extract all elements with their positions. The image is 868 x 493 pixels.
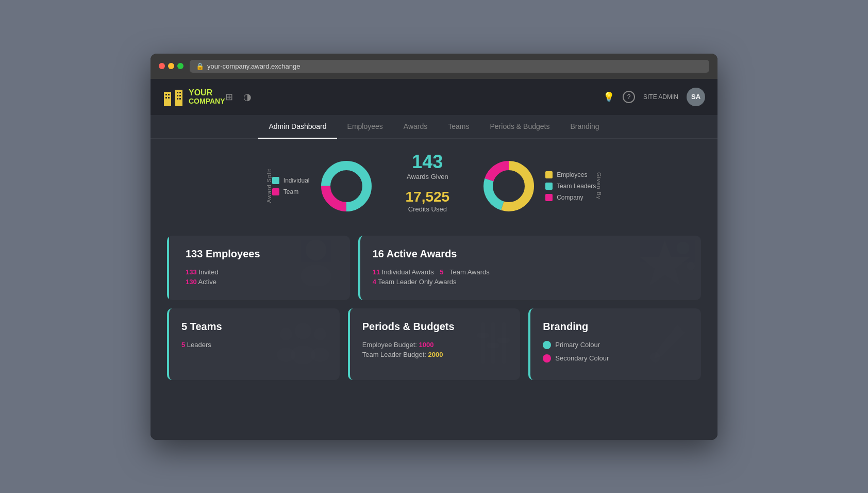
- svg-rect-2: [165, 94, 167, 95]
- svg-point-31: [311, 348, 329, 362]
- left-chart-section: Individual Team: [272, 158, 375, 215]
- site-admin-label: SITE ADMIN: [643, 93, 678, 101]
- svg-point-30: [314, 328, 326, 340]
- grid-icon[interactable]: ⊞: [225, 91, 233, 103]
- charts-row: Award Split Individual Team: [167, 151, 701, 221]
- svg-point-38: [650, 352, 660, 363]
- logo-icon: [163, 87, 183, 107]
- nav-right: 💡 ? SITE ADMIN SA: [603, 88, 705, 106]
- leaders-count: 5: [181, 341, 185, 349]
- lock-icon: 🔒: [196, 62, 204, 70]
- maximize-button[interactable]: [177, 63, 183, 69]
- team-leader-budget-value: 2000: [428, 351, 443, 358]
- top-navigation: YOUR COMPANY ⊞ ◑ 💡 ? SITE ADMIN SA: [151, 79, 717, 115]
- individual-awards-stat: 11 Individual Awards 5 Team Awards: [373, 268, 490, 276]
- tab-awards[interactable]: Awards: [393, 115, 438, 139]
- minimize-button[interactable]: [168, 63, 174, 69]
- team-label: Team: [283, 188, 298, 195]
- employees-card: 133 Employees 133 Invited 130 Active: [167, 236, 350, 300]
- individual-color: [272, 177, 279, 184]
- svg-rect-4: [165, 97, 167, 98]
- group-bg-icon: [275, 320, 331, 376]
- close-button[interactable]: [159, 63, 165, 69]
- invited-count: 133: [186, 268, 197, 276]
- svg-rect-37: [497, 338, 510, 343]
- leader-awards-stat: 4 Team Leader Only Awards: [373, 278, 490, 286]
- app-container: YOUR COMPANY ⊞ ◑ 💡 ? SITE ADMIN SA Admin…: [151, 79, 717, 440]
- svg-rect-0: [164, 92, 171, 106]
- bottom-cards-row: 5 Teams 5 Leaders: [167, 308, 701, 380]
- svg-point-15: [332, 172, 360, 200]
- tab-teams[interactable]: Teams: [438, 115, 479, 139]
- person-bg-icon: [290, 236, 342, 296]
- company-label: Company: [557, 194, 583, 201]
- tab-employees[interactable]: Employees: [337, 115, 393, 139]
- browser-window: 🔒 your-company.award.exchange: [151, 54, 717, 440]
- teams-card: 5 Teams 5 Leaders: [167, 308, 340, 380]
- svg-rect-6: [177, 92, 178, 93]
- lightbulb-icon[interactable]: 💡: [603, 91, 614, 103]
- right-donut-chart: [480, 158, 537, 215]
- svg-point-25: [687, 262, 695, 270]
- svg-point-24: [677, 242, 689, 254]
- branding-card: Branding Primary Colour Secondary Colour: [528, 308, 701, 380]
- team-color: [272, 188, 279, 195]
- tab-branding[interactable]: Branding: [560, 115, 609, 139]
- svg-rect-32: [481, 322, 485, 364]
- svg-rect-10: [177, 98, 178, 100]
- leader-awards-label: Team Leader Only Awards: [378, 278, 456, 286]
- individual-count: 11: [373, 268, 380, 276]
- employees-color: [545, 171, 553, 178]
- svg-rect-11: [179, 98, 181, 100]
- chart-icon[interactable]: ◑: [243, 91, 252, 103]
- svg-point-22: [301, 265, 331, 286]
- tab-admin-dashboard[interactable]: Admin Dashboard: [258, 115, 337, 139]
- help-icon[interactable]: ?: [623, 91, 635, 103]
- primary-colour-label: Primary Colour: [555, 341, 600, 349]
- browser-titlebar: 🔒 your-company.award.exchange: [151, 54, 717, 79]
- team-leader-budget-label: Team Leader Budget:: [362, 351, 426, 358]
- svg-point-21: [306, 240, 326, 260]
- leaders-label: Leaders: [187, 341, 211, 349]
- legend-company: Company: [545, 194, 596, 201]
- primary-colour-dot: [543, 341, 551, 349]
- employee-budget-value: 1000: [419, 341, 434, 349]
- team-leaders-color: [545, 183, 553, 190]
- award-split-label: Award Split: [266, 169, 272, 203]
- svg-rect-7: [179, 92, 181, 93]
- logo-text: YOUR COMPANY: [189, 88, 225, 106]
- credits-used-label: Credits Used: [406, 205, 450, 213]
- top-cards-row: 133 Employees 133 Invited 130 Active: [167, 236, 701, 300]
- browser-controls: [159, 63, 183, 69]
- right-chart-section: Employees Team Leaders Company: [480, 158, 596, 215]
- company-color: [545, 194, 553, 201]
- address-bar[interactable]: 🔒 your-company.award.exchange: [190, 60, 709, 73]
- left-donut-chart: [318, 158, 375, 215]
- svg-point-20: [495, 172, 523, 200]
- invited-label: Invited: [198, 268, 218, 276]
- main-content: Award Split Individual Team: [151, 139, 717, 392]
- tab-periods-budgets[interactable]: Periods & Budgets: [479, 115, 560, 139]
- given-by-label: Given By: [596, 172, 602, 200]
- team-count-inline: 5: [440, 268, 443, 276]
- center-stats: 143 Awards Given 17,525 Credits Used: [375, 151, 481, 221]
- star-bg-icon: [634, 238, 696, 300]
- svg-rect-36: [487, 343, 499, 348]
- logo[interactable]: YOUR COMPANY: [163, 87, 225, 107]
- card-accent: [167, 236, 169, 300]
- svg-point-29: [277, 348, 295, 362]
- avatar[interactable]: SA: [687, 88, 705, 106]
- right-legend: Employees Team Leaders Company: [545, 171, 596, 201]
- svg-point-28: [280, 328, 292, 340]
- employee-budget-label: Employee Budget:: [362, 341, 417, 349]
- legend-individual: Individual: [272, 177, 310, 184]
- periods-card: Periods & Budgets Employee Budget: 1000 …: [348, 308, 521, 380]
- tab-navigation: Admin Dashboard Employees Awards Teams P…: [151, 115, 717, 139]
- legend-team-leaders: Team Leaders: [545, 183, 596, 190]
- svg-rect-8: [177, 95, 178, 96]
- svg-rect-1: [175, 90, 182, 106]
- legend-employees: Employees: [545, 171, 596, 178]
- active-count: 130: [186, 278, 197, 286]
- team-awards-label: Team Awards: [449, 268, 490, 276]
- awards-card: 16 Active Awards 11 Individual Awards 5 …: [358, 236, 701, 300]
